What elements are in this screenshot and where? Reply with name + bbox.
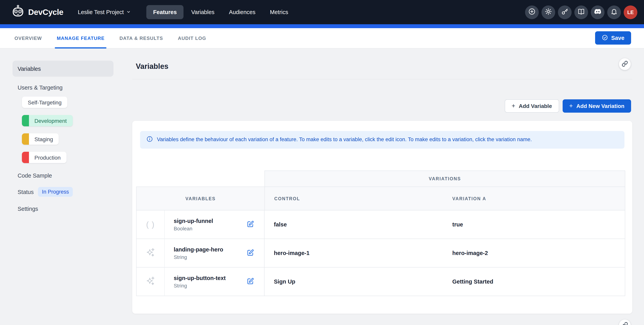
content-panel: Variables + Add Variable + Add New Varia…: [129, 48, 644, 325]
staging-label: Staging: [34, 136, 53, 142]
devcycle-logo[interactable]: DevCycle: [11, 5, 64, 19]
control-value-cell: Sign Up: [264, 268, 443, 296]
variable-name-cell: sign-up-funnel Boolean: [165, 210, 264, 239]
book-icon: [578, 8, 585, 17]
section-header: Variables: [132, 48, 632, 79]
production-label: Production: [34, 154, 61, 161]
discord-button[interactable]: [591, 5, 604, 19]
nav-utilities: LE: [525, 5, 637, 19]
edit-variable-button[interactable]: [247, 249, 254, 257]
nav-item-metrics[interactable]: Metrics: [263, 5, 295, 19]
table-corner-spacer: [136, 171, 264, 187]
boolean-type-icon: ( ): [146, 220, 155, 229]
feature-sidebar: Variables Users & Targeting Self-Targeti…: [0, 48, 129, 325]
create-new-button[interactable]: [525, 5, 539, 19]
feature-tabbar: OVERVIEW MANAGE FEATURE DATA & RESULTS A…: [0, 28, 644, 48]
devcycle-robot-icon: [11, 5, 25, 19]
project-selector[interactable]: Leslie Test Project: [78, 9, 131, 15]
accent-bar: [0, 24, 644, 28]
variation-a-value-cell: hero-image-2: [443, 239, 625, 268]
add-variable-label: Add Variable: [519, 103, 552, 109]
status-label: Status: [18, 189, 34, 195]
nav-item-audiences[interactable]: Audiences: [222, 5, 262, 19]
info-icon: [146, 136, 153, 144]
api-keys-button[interactable]: [558, 5, 572, 19]
header-divider: [132, 79, 632, 79]
save-button[interactable]: Save: [595, 31, 631, 44]
nav-item-features[interactable]: Features: [146, 5, 184, 19]
variable-type: String: [174, 253, 223, 261]
brand-name: DevCycle: [28, 7, 64, 17]
chevron-down-icon: [126, 9, 131, 15]
link-icon: [622, 60, 628, 68]
variable-name-cell: sign-up-button-text String: [165, 268, 264, 296]
plus-icon: +: [512, 102, 515, 109]
page-title: Variables: [132, 62, 632, 71]
edit-pencil-icon: [247, 278, 254, 286]
variable-name: landing-page-hero: [174, 245, 223, 253]
edit-pencil-icon: [247, 249, 254, 257]
save-label: Save: [611, 35, 624, 41]
edit-variable-button[interactable]: [247, 220, 254, 229]
variable-name: sign-up-button-text: [174, 274, 226, 282]
sidebar-item-self-targeting[interactable]: Self-Targeting: [22, 97, 68, 108]
control-value-cell: false: [264, 210, 443, 239]
sidebar-item-variables[interactable]: Variables: [12, 61, 114, 77]
plus-icon: +: [569, 102, 573, 109]
variable-type: Boolean: [174, 225, 213, 232]
sparkles-icon: [145, 247, 156, 259]
variations-group-header: VARIATIONS: [264, 171, 625, 187]
variable-type: String: [174, 282, 226, 289]
settings-button[interactable]: [542, 5, 555, 19]
variable-type-cell: [136, 239, 165, 268]
sidebar-item-staging[interactable]: Staging: [22, 133, 59, 145]
column-header-variation-a: VARIATION A: [443, 187, 625, 210]
development-env-color: [22, 115, 29, 126]
sidebar-item-development[interactable]: Development: [22, 115, 72, 126]
sidebar-item-production[interactable]: Production: [22, 152, 66, 163]
variables-card: Variables define the behaviour of each v…: [132, 121, 632, 314]
variable-type-cell: ( ): [136, 210, 165, 239]
link-icon: [622, 322, 628, 325]
status-badge: In Progress: [38, 187, 73, 197]
tab-manage-feature[interactable]: MANAGE FEATURE: [57, 28, 105, 48]
banner-text: Variables define the behaviour of each v…: [157, 136, 532, 143]
tab-overview[interactable]: OVERVIEW: [14, 28, 42, 48]
docs-button[interactable]: [574, 5, 588, 19]
tab-data-results[interactable]: DATA & RESULTS: [120, 28, 163, 48]
sidebar-item-code-sample[interactable]: Code Sample: [12, 172, 129, 179]
development-label: Development: [34, 117, 67, 124]
key-icon: [561, 8, 568, 17]
variables-table: VARIATIONS VARIABLES CONTROL VARIATION A…: [136, 171, 625, 296]
variable-name-cell: landing-page-hero String: [165, 239, 264, 268]
tab-audit-log[interactable]: AUDIT LOG: [178, 28, 206, 48]
control-value-cell: hero-image-1: [264, 239, 443, 268]
variable-type-cell: [136, 268, 165, 296]
info-banner: Variables define the behaviour of each v…: [140, 131, 624, 149]
sidebar-item-status[interactable]: Status In Progress: [12, 187, 129, 197]
actions-row: + Add Variable + Add New Variation: [132, 99, 631, 113]
add-variable-button[interactable]: + Add Variable: [504, 99, 559, 113]
edit-variable-button[interactable]: [247, 278, 254, 286]
top-nav: DevCycle Leslie Test Project Features Va…: [0, 0, 644, 24]
section-link-button[interactable]: [619, 58, 631, 70]
user-avatar[interactable]: LE: [624, 5, 637, 19]
check-circle-icon: [602, 34, 608, 42]
primary-nav: Features Variables Audiences Metrics: [146, 5, 295, 19]
discord-icon: [594, 7, 602, 17]
variation-a-value-cell: true: [443, 210, 625, 239]
staging-env-color: [22, 133, 29, 145]
project-name: Leslie Test Project: [78, 9, 124, 15]
sidebar-item-settings[interactable]: Settings: [12, 206, 129, 212]
bell-icon: [610, 8, 618, 17]
sidebar-item-users-targeting[interactable]: Users & Targeting: [12, 84, 129, 91]
column-header-variables: VARIABLES: [136, 187, 264, 210]
environment-list: Self-Targeting Development Staging Produ…: [22, 91, 129, 163]
notifications-button[interactable]: [607, 5, 621, 19]
nav-item-variables[interactable]: Variables: [185, 5, 221, 19]
add-new-variation-button[interactable]: + Add New Variation: [562, 99, 631, 113]
edit-pencil-icon: [247, 220, 254, 229]
main-area: Variables Users & Targeting Self-Targeti…: [0, 48, 644, 325]
variation-a-value-cell: Getting Started: [443, 268, 625, 296]
gear-icon: [544, 8, 552, 17]
